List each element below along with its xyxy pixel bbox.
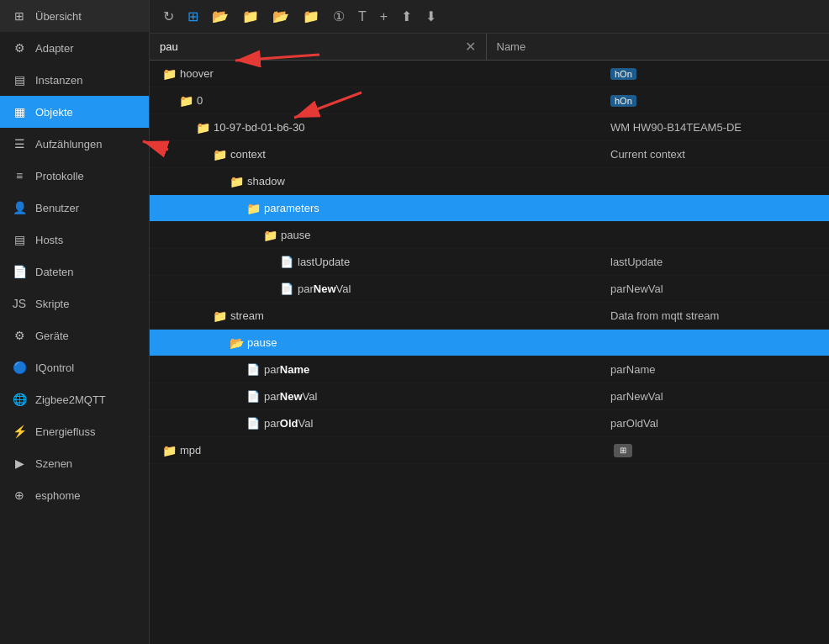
node-label: parameters — [264, 202, 319, 214]
sidebar-item-benutzer[interactable]: 👤 Benutzer — [0, 192, 149, 224]
sidebar-item-iqontrol[interactable]: 🔵 IQontrol — [0, 351, 149, 383]
iqontrol-icon: 🔵 — [12, 360, 27, 375]
sidebar-item-zigbee2mqtt[interactable]: 🌐 Zigbee2MQTT — [0, 383, 149, 415]
sidebar-item-energiefluss[interactable]: ⚡ Energiefluss — [0, 415, 149, 447]
node-label: parNewVal — [298, 282, 351, 295]
sidebar-item-objekte[interactable]: ▦ Objekte — [0, 96, 149, 128]
open-folder-toolbar-btn[interactable]: 📂 — [267, 5, 294, 28]
sidebar-item-label: Zigbee2MQTT — [35, 393, 106, 406]
tree-row[interactable]: 📁 0 hOn — [150, 87, 829, 114]
benutzer-icon: 👤 — [12, 200, 27, 215]
folder-icon: 📁 — [246, 201, 261, 216]
sidebar-item-label: Dateten — [35, 266, 74, 278]
sidebar-item-dateten[interactable]: 📄 Dateten — [0, 256, 149, 288]
tree-row[interactable]: 📄 parNewVal parNewVal — [150, 383, 829, 410]
download-toolbar-btn[interactable]: ⬇ — [420, 5, 441, 28]
tree-node-name: 📁 hoover — [150, 66, 604, 82]
tree-node-name: 📁 context — [150, 147, 604, 162]
upload-toolbar-btn[interactable]: ⬆ — [396, 5, 417, 28]
tree-row[interactable]: 📁 context Current context — [150, 141, 829, 168]
node-label: 0 — [197, 94, 203, 107]
node-label: pause — [281, 229, 310, 241]
number-toolbar-btn[interactable]: ① — [328, 5, 350, 28]
file-icon: 📄 — [246, 362, 261, 377]
node-value: parName — [604, 363, 829, 376]
ubersicht-icon: ⊞ — [12, 8, 27, 24]
node-label: 10-97-bd-01-b6-30 — [214, 121, 304, 134]
folder-icon: 📁 — [161, 443, 177, 458]
mpd-badge: ⊞ — [614, 444, 632, 457]
file-icon: 📄 — [279, 282, 294, 297]
node-value: parNewVal — [604, 282, 829, 295]
tree-row[interactable]: 📂 pause — [150, 330, 829, 356]
folder2-toolbar-btn[interactable]: 📁 — [298, 5, 325, 28]
folder-toolbar-btn[interactable]: 📁 — [237, 5, 264, 28]
sidebar-item-instanzen[interactable]: ▤ Instanzen — [0, 64, 149, 96]
sidebar-item-label: Szenen — [35, 457, 72, 470]
node-label: pause — [247, 336, 277, 349]
sidebar-item-label: Geräte — [35, 330, 69, 342]
sidebar-item-aufzahlungen[interactable]: ☰ Aufzählungen — [0, 128, 149, 160]
search-clear-button[interactable]: ✕ — [462, 37, 479, 56]
tree-row[interactable]: 📁 hoover hOn — [150, 61, 829, 87]
tree-node-name: 📄 parOldVal — [150, 416, 604, 431]
tree-row[interactable]: 📄 lastUpdate lastUpdate — [150, 249, 829, 276]
aufzahlungen-icon: ☰ — [12, 136, 27, 151]
node-value: Current context — [604, 148, 829, 161]
instanzen-icon: ▤ — [12, 72, 27, 87]
tree-node-name: 📂 pause — [150, 335, 604, 351]
file-icon: 📄 — [246, 416, 261, 431]
tree-container: 📁 hoover hOn 📁 0 hOn 📁 10-97-bd-01-b6-30… — [150, 61, 829, 644]
sidebar-item-esphome[interactable]: ⊕ esphome — [0, 479, 149, 511]
sidebar-item-hosts[interactable]: ▤ Hosts — [0, 224, 149, 256]
tree-row[interactable]: 📁 shadow — [150, 168, 829, 195]
plus-toolbar-btn[interactable]: + — [375, 6, 393, 28]
expand-toolbar-btn[interactable]: 📂 — [207, 5, 234, 28]
node-label: stream — [230, 309, 264, 322]
tree-node-name: 📁 10-97-bd-01-b6-30 — [150, 120, 604, 135]
sidebar-item-protokolle[interactable]: ≡ Protokolle — [0, 160, 149, 192]
node-label: parNewVal — [264, 390, 317, 403]
folder-icon: 📁 — [262, 228, 277, 243]
sidebar-item-gerate[interactable]: ⚙ Geräte — [0, 319, 149, 351]
tree-row[interactable]: 📁 mpd ⊞ — [150, 437, 829, 464]
tree-row[interactable]: 📄 parName parName — [150, 356, 829, 383]
refresh-toolbar-btn[interactable]: ↻ — [158, 5, 179, 28]
search-row: ✕ Name — [150, 34, 829, 61]
folder-icon: 📁 — [195, 120, 210, 135]
tree-row[interactable]: 📄 parNewVal parNewVal — [150, 276, 829, 303]
tree-row[interactable]: 📁 pause — [150, 222, 829, 249]
folder-icon: 📁 — [212, 309, 227, 324]
tree-node-name: 📁 shadow — [150, 174, 604, 189]
tree-node-name: 📄 parName — [150, 362, 604, 377]
node-value: hOn — [604, 67, 829, 80]
sidebar-item-label: Objekte — [35, 106, 73, 119]
tree-row[interactable]: 📁 10-97-bd-01-b6-30 WM HW90-B14TEAM5-DE — [150, 114, 829, 141]
column-name-header: Name — [487, 34, 830, 60]
hosts-icon: ▤ — [12, 232, 27, 247]
zigbee2mqtt-icon: 🌐 — [12, 392, 27, 407]
sidebar-item-skripte[interactable]: JS Skripte — [0, 288, 149, 319]
sidebar-item-label: Übersicht — [35, 10, 82, 23]
sidebar-item-szenen[interactable]: ▶ Szenen — [0, 447, 149, 479]
tree-row[interactable]: 📄 parOldVal parOldVal — [150, 410, 829, 437]
file-icon: 📄 — [246, 389, 261, 404]
esphome-icon: ⊕ — [12, 488, 27, 503]
folder-open-icon: 📂 — [229, 335, 244, 351]
objekte-icon: ▦ — [12, 104, 27, 119]
sidebar-item-label: Benutzer — [35, 202, 79, 214]
search-input[interactable] — [156, 34, 462, 60]
tree-node-name: 📁 parameters — [150, 201, 604, 216]
folder-icon: 📁 — [229, 174, 244, 189]
sidebar-item-ubersicht[interactable]: ⊞ Übersicht — [0, 0, 149, 32]
text-toolbar-btn[interactable]: T — [353, 6, 372, 28]
folder-icon: 📁 — [212, 147, 227, 162]
tree-row[interactable]: 📁 stream Data from mqtt stream — [150, 303, 829, 330]
tree-row[interactable]: 📁 parameters — [150, 195, 829, 222]
sidebar-item-adapter[interactable]: ⚙ Adapter — [0, 32, 149, 64]
adapter-icon: ⚙ — [12, 40, 27, 55]
toolbar: ↻⊞📂📁📂📁①T+⬆⬇ — [150, 0, 829, 34]
columns-toolbar-btn[interactable]: ⊞ — [182, 5, 203, 28]
sidebar-item-label: Hosts — [35, 234, 63, 246]
sidebar-item-label: Aufzählungen — [35, 138, 103, 150]
